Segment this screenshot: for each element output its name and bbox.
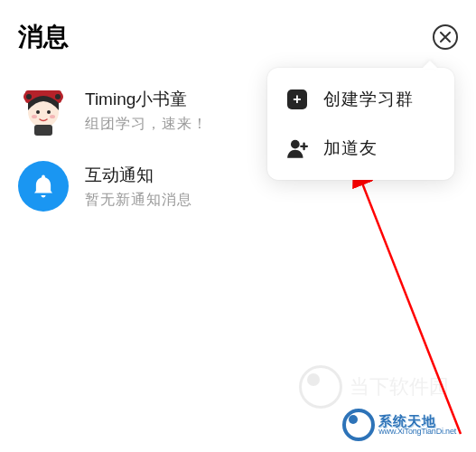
avatar — [18, 85, 69, 136]
svg-point-4 — [55, 94, 61, 99]
character-avatar-icon — [18, 85, 69, 136]
watermark-badge: 系统天地 www.XiTongTianDi.net — [342, 409, 456, 441]
watermark-url: www.XiTongTianDi.net — [378, 428, 456, 436]
bell-icon — [30, 173, 57, 200]
close-icon — [440, 32, 451, 42]
avatar — [18, 161, 69, 212]
watermark-ring-icon — [342, 409, 375, 441]
watermark-faint: 当下软件园 — [299, 365, 449, 409]
svg-rect-10 — [34, 125, 52, 136]
popover-menu: + 创建学习群 加道友 — [267, 68, 454, 180]
item-title: 互动通知 — [85, 164, 192, 187]
popover-label: 创建学习群 — [323, 88, 414, 111]
svg-point-7 — [47, 110, 51, 114]
svg-point-3 — [26, 94, 32, 99]
svg-point-9 — [50, 115, 55, 118]
close-button[interactable] — [433, 24, 458, 50]
popover-label: 加道友 — [323, 137, 378, 160]
item-subtitle: 组团学习，速来！ — [85, 115, 208, 134]
header: 消息 — [0, 0, 476, 63]
watermark-brand: 系统天地 — [378, 414, 456, 428]
item-title: Timing小书童 — [85, 88, 208, 111]
plus-square-icon: + — [285, 88, 309, 111]
item-subtitle: 暂无新通知消息 — [85, 191, 192, 210]
item-content: Timing小书童 组团学习，速来！ — [85, 88, 208, 134]
svg-point-11 — [291, 140, 300, 149]
svg-point-6 — [36, 110, 40, 114]
create-study-group-item[interactable]: + 创建学习群 — [267, 75, 454, 124]
item-content: 互动通知 暂无新通知消息 — [85, 164, 192, 210]
svg-point-8 — [32, 115, 37, 118]
watermark-faint-text: 当下软件园 — [350, 373, 449, 400]
add-user-icon — [285, 137, 309, 160]
add-friend-item[interactable]: 加道友 — [267, 124, 454, 173]
page-title: 消息 — [18, 20, 69, 54]
